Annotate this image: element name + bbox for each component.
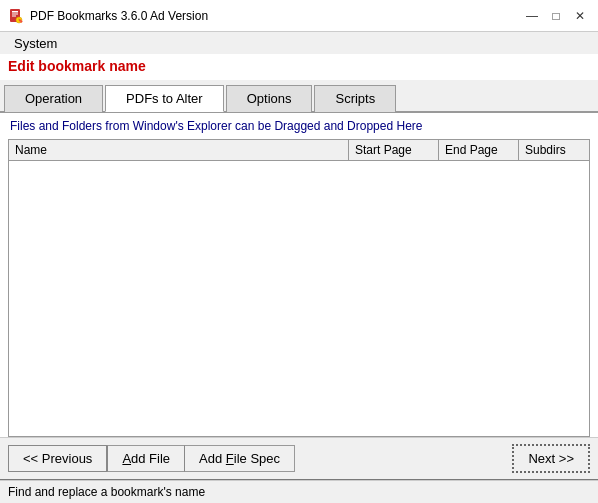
- drag-drop-hint: Files and Folders from Window's Explorer…: [0, 113, 598, 139]
- title-bar: 🔖 PDF Bookmarks 3.6.0 Ad Version — □ ✕: [0, 0, 598, 32]
- system-menu-item[interactable]: System: [8, 34, 63, 53]
- header-section: Edit bookmark name: [0, 54, 598, 80]
- add-file-button[interactable]: AAdd Filedd File: [107, 445, 184, 472]
- next-button[interactable]: Next >>: [512, 444, 590, 473]
- tabs-container: Operation PDFs to Alter Options Scripts: [0, 80, 598, 113]
- col-subdirs: Subdirs: [519, 140, 589, 160]
- bottom-left-buttons: << Previous AAdd Filedd File Add File Sp…: [8, 445, 295, 472]
- minimize-button[interactable]: —: [522, 7, 542, 25]
- tab-scripts[interactable]: Scripts: [314, 85, 396, 112]
- bottom-area: << Previous AAdd Filedd File Add File Sp…: [0, 437, 598, 479]
- previous-button[interactable]: << Previous: [8, 445, 107, 472]
- menu-bar: System: [0, 32, 598, 54]
- maximize-button[interactable]: □: [546, 7, 566, 25]
- svg-rect-2: [12, 13, 18, 14]
- col-name: Name: [9, 140, 349, 160]
- tab-options[interactable]: Options: [226, 85, 313, 112]
- col-end-page: End Page: [439, 140, 519, 160]
- status-text: Find and replace a bookmark's name: [8, 485, 205, 499]
- table-header: Name Start Page End Page Subdirs: [9, 140, 589, 161]
- col-start-page: Start Page: [349, 140, 439, 160]
- svg-text:🔖: 🔖: [18, 18, 23, 23]
- add-file-spec-button[interactable]: Add File Spec: [184, 445, 295, 472]
- status-bar: Find and replace a bookmark's name: [0, 479, 598, 503]
- tab-pdfs-to-alter[interactable]: PDFs to Alter: [105, 85, 224, 112]
- title-bar-controls: — □ ✕: [522, 7, 590, 25]
- edit-bookmark-title: Edit bookmark name: [8, 58, 590, 74]
- app-title: PDF Bookmarks 3.6.0 Ad Version: [30, 9, 208, 23]
- close-button[interactable]: ✕: [570, 7, 590, 25]
- app-icon: 🔖: [8, 8, 24, 24]
- svg-rect-1: [12, 11, 18, 13]
- tab-operation[interactable]: Operation: [4, 85, 103, 112]
- title-bar-left: 🔖 PDF Bookmarks 3.6.0 Ad Version: [8, 8, 208, 24]
- file-table: Name Start Page End Page Subdirs: [8, 139, 590, 437]
- svg-rect-3: [12, 15, 16, 16]
- main-content: Files and Folders from Window's Explorer…: [0, 113, 598, 437]
- table-body: [9, 161, 589, 436]
